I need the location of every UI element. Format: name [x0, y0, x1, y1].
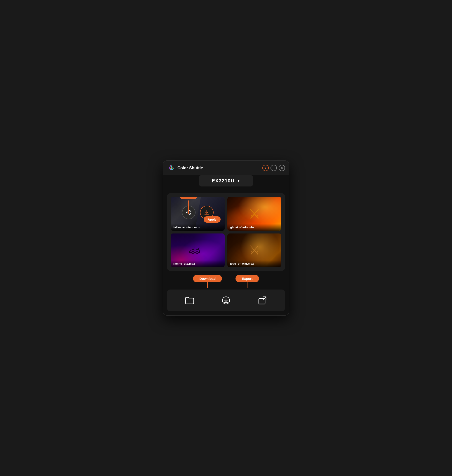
export-connector-line: [247, 282, 247, 288]
device-selector[interactable]: EX3210U ▼: [199, 175, 253, 187]
main-content: Share Apply: [163, 191, 289, 275]
svg-point-0: [190, 210, 191, 211]
download-label-button[interactable]: Download: [193, 275, 222, 282]
share-tooltip: Share: [180, 197, 198, 199]
presets-grid: Share Apply: [171, 197, 281, 267]
title-bar-right: i − ×: [262, 165, 285, 171]
svg-rect-6: [259, 299, 265, 304]
share-icon: [186, 209, 192, 215]
bottom-section: Download Export: [163, 275, 289, 315]
toolbar-area: [167, 289, 285, 311]
apply-tooltip: Apply: [204, 216, 220, 223]
download-icon: [204, 209, 210, 215]
title-bar: Color Shuttle i − ×: [163, 161, 289, 175]
preset-label-fallen: fallen requiem.mbz: [171, 224, 225, 231]
dropdown-arrow-icon: ▼: [237, 179, 240, 183]
download-label-container: Download: [193, 275, 222, 288]
preset-card-load-of-war[interactable]: load_of_war.mbz: [227, 234, 281, 267]
share-connector-line: [188, 201, 189, 214]
export-label-container: Export: [235, 275, 259, 288]
download-connector-line: [207, 282, 208, 288]
export-label-button[interactable]: Export: [235, 275, 259, 282]
apply-connector-line: [211, 207, 211, 217]
download-toolbar-button[interactable]: [219, 294, 233, 307]
title-bar-left: Color Shuttle: [167, 164, 203, 172]
preset-label-war: load_of_war.mbz: [227, 260, 281, 267]
app-window: Color Shuttle i − × EX3210U ▼ Share Appl…: [163, 161, 289, 315]
device-selector-wrap: EX3210U ▼: [163, 175, 289, 191]
svg-point-1: [190, 214, 191, 215]
presets-grid-container: Share Apply: [167, 193, 285, 271]
export-toolbar-button[interactable]: [256, 294, 269, 307]
folder-icon: [185, 295, 195, 305]
svg-point-2: [186, 212, 188, 213]
preset-card-ghost-of-edo[interactable]: ghost of edo.mbz: [227, 197, 281, 231]
app-logo-icon: [167, 164, 175, 172]
preset-label-racing: racing_gt2.mbz: [171, 260, 225, 267]
preset-label-ghost: ghost of edo.mbz: [227, 224, 281, 231]
preset-card-fallen-requiem[interactable]: Share Apply: [171, 197, 225, 231]
toolbar-labels: Download Export: [167, 275, 285, 288]
preset-card-racing-gt2[interactable]: racing_gt2.mbz: [171, 234, 225, 267]
share-overlay-button[interactable]: [182, 206, 195, 219]
export-toolbar-icon: [257, 295, 267, 305]
app-title: Color Shuttle: [177, 166, 203, 170]
minimize-button[interactable]: −: [271, 165, 277, 171]
device-name: EX3210U: [212, 178, 234, 184]
close-button[interactable]: ×: [279, 165, 285, 171]
download-toolbar-icon: [221, 295, 231, 305]
info-button[interactable]: i: [262, 165, 269, 171]
folder-button[interactable]: [183, 294, 196, 307]
